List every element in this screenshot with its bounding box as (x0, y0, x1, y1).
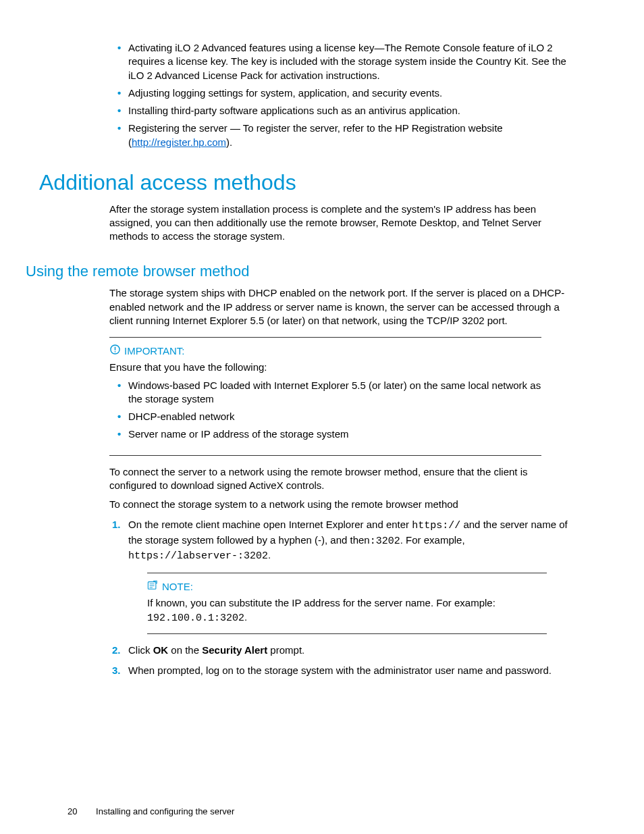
note-icon (147, 580, 158, 594)
step-item: On the remote client machine open Intern… (128, 518, 576, 634)
paragraph: To connect the server to a network using… (109, 465, 576, 493)
note-callout: NOTE: If known, you can substitute the I… (147, 573, 547, 634)
list-item: Server name or IP address of the storage… (128, 427, 541, 441)
list-item: Activating iLO 2 Advanced features using… (128, 41, 576, 82)
code: https://labserver-:3202 (128, 550, 268, 562)
list-item: Installing third-party software applicat… (128, 104, 576, 118)
svg-rect-1 (114, 347, 115, 350)
bold: Security Alert (202, 644, 267, 656)
heading-using-remote-browser: Using the remote browser method (26, 261, 576, 282)
step-item: Click OK on the Security Alert prompt. (128, 644, 576, 657)
code: :3202 (370, 536, 400, 547)
page-number: 20 (68, 806, 77, 818)
code: https:// (412, 520, 460, 531)
svg-rect-2 (114, 351, 115, 353)
list-item: Windows-based PC loaded with Internet Ex… (128, 379, 541, 407)
note-label: NOTE: (162, 580, 193, 594)
important-icon (109, 344, 120, 358)
paragraph: After the storage system installation pr… (109, 203, 576, 244)
register-link[interactable]: http://register.hp.com (132, 136, 226, 148)
list-item: Adjusting logging settings for system, a… (128, 86, 576, 100)
important-list: Windows-based PC loaded with Internet Ex… (109, 379, 541, 442)
paragraph: The storage system ships with DHCP enabl… (109, 286, 576, 328)
steps-list: On the remote client machine open Intern… (109, 518, 576, 677)
list-item: Registering the server — To register the… (128, 122, 576, 149)
text: On the remote client machine open Intern… (128, 519, 412, 530)
note-head: NOTE: (147, 580, 547, 594)
paragraph: Ensure that you have the following: (109, 361, 541, 374)
top-bullet-list: Activating iLO 2 Advanced features using… (109, 41, 576, 149)
heading-additional-access-methods: Additional access methods (39, 168, 576, 197)
text: . For example, (400, 534, 465, 546)
list-item: DHCP-enabled network (128, 410, 541, 423)
text: . (244, 611, 247, 623)
text: ). (226, 136, 232, 148)
paragraph: To connect the storage system to a netwo… (109, 498, 576, 511)
important-callout: IMPORTANT: Ensure that you have the foll… (109, 337, 541, 456)
text: If known, you can substitute the IP addr… (147, 597, 495, 608)
bold: OK (153, 644, 169, 656)
footer-title: Installing and configuring the server (96, 806, 234, 816)
step-item: When prompted, log on to the storage sys… (128, 664, 576, 677)
text: prompt. (267, 644, 304, 656)
code: 192.100.0.1:3202 (147, 613, 244, 624)
text: on the (168, 644, 202, 656)
important-label: IMPORTANT: (124, 344, 184, 358)
text: . (268, 549, 271, 561)
page-footer: 20 Installing and configuring the server (68, 806, 576, 818)
text: Click (128, 644, 153, 656)
important-head: IMPORTANT: (109, 344, 541, 358)
